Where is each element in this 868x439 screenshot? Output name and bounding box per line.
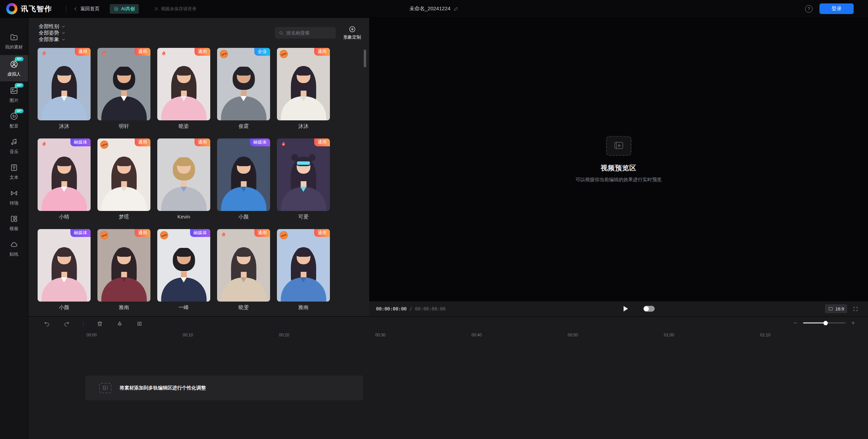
avatar-name: 沐沐 [277,123,330,130]
zoom-slider[interactable] [803,322,845,323]
stage: 视频预览区 可以根据你当前编辑的效果进行实时预览 00:00:00:00 / 0… [369,18,868,316]
rename-pencil-icon[interactable] [454,6,459,11]
timeline-ruler[interactable]: 00:0000:1000:2000:3000:4000:5001:0001:10 [28,331,868,340]
clear-tracks-button[interactable] [116,320,123,327]
ai-cocreate-button[interactable]: AI AI共创 [110,4,139,14]
timeline-hint-bar: 将素材添加到多轨编辑区进行个性化调整 [85,375,363,400]
filter-dropdown-gender[interactable]: 全部性别 [39,23,65,30]
help-button[interactable]: ? [805,5,813,13]
avatar-card[interactable]: 通用可爱 [277,138,330,220]
sidebar-item-avatar[interactable]: AI+虚拟人 [0,55,28,81]
category-badge: 通用 [135,138,150,146]
avatar-name: 梦瑶 [97,214,150,220]
category-badge: 通用 [314,229,330,237]
filter-dropdown-pose[interactable]: 全部姿势 [39,30,65,36]
avatar-card[interactable]: NEW通用雅南 [97,229,150,311]
image-icon: AI+ [10,86,18,95]
avatar-customize-button[interactable]: 形象定制 [343,26,361,40]
avatar-name: 雅南 [277,304,330,311]
delete-button[interactable] [96,320,103,327]
avatar-name: Kevin [157,214,210,220]
avatar-card[interactable]: 融媒体小晴 [38,138,91,220]
avatar-card[interactable]: 通用明轩 [97,48,150,130]
avatar-name: 俊霆 [217,123,270,130]
fullscreen-icon [853,306,858,312]
fullscreen-button[interactable] [853,306,858,312]
sidebar-item-my-assets[interactable]: 我的素材 [0,29,28,54]
library-scrollbar-thumb[interactable] [364,50,366,67]
avatar-name: 一峰 [157,304,210,311]
sidebar-item-label: 音乐 [10,149,18,155]
login-button[interactable]: 登录 [819,3,854,14]
search-input[interactable] [286,30,332,36]
svg-text:AI: AI [115,8,117,10]
text-icon [10,163,18,172]
avatar-body [161,96,206,120]
toolbar-divider [83,321,83,327]
zoom-slider-knob[interactable] [823,321,828,325]
sidebar-item-text[interactable]: 文本 [0,160,28,184]
category-badge: 融媒体 [70,229,91,237]
avatar-card[interactable]: 融媒体小颜 [217,138,270,220]
unsaved-status: 视频未保存请登录 [154,6,197,12]
search-icon [279,30,284,36]
aspect-ratio-label: 16:9 [836,306,844,311]
avatar-name: 晓雯 [217,304,270,311]
avatar-icon: AI+ [10,60,18,69]
split-button[interactable] [136,320,143,327]
sidebar: 我的素材AI+虚拟人AI+图片AI+配音音乐文本转场模板贴纸 [0,18,28,439]
sidebar-item-transition[interactable]: 转场 [0,185,28,210]
template-icon [10,214,18,223]
sidebar-item-voice[interactable]: AI+配音 [0,108,28,133]
avatar-name: 小颜 [38,304,91,311]
sidebar-item-sticker[interactable]: 贴纸 [0,237,28,261]
new-sticker-icon: NEW [100,141,108,149]
sidebar-item-image[interactable]: AI+图片 [0,83,28,107]
avatar-card[interactable]: 通用晓雯 [217,229,270,311]
aspect-ratio-button[interactable]: 16:9 [825,304,847,313]
video-clip-icon [606,136,631,156]
avatar-customize-label: 形象定制 [343,34,361,40]
avatar-card[interactable]: 融媒体小颜 [38,229,91,311]
sticker-icon [10,240,18,249]
app-brand-name: 讯飞智作 [21,4,52,14]
zoom-out-button[interactable] [793,320,798,325]
avatar-card[interactable]: NEW通用沐沐 [277,48,330,130]
avatar-card[interactable]: NEW通用梦瑶 [97,138,150,220]
sidebar-item-label: 贴纸 [10,251,18,257]
sidebar-item-music[interactable]: 音乐 [0,134,28,158]
undo-button[interactable] [43,320,50,327]
hot-flame-icon [220,231,228,240]
avatar-card[interactable]: NEW企业俊霆 [217,48,270,130]
app-logo-icon [6,3,17,14]
avatar-body [161,278,206,302]
zoom-in-button[interactable] [851,320,856,325]
filter-dropdown-figure[interactable]: 全部形象 [39,36,65,43]
timecode: 00:00:00:00 / 00:00:00:00 [376,306,445,311]
ruler-tick: 00:00 [86,333,97,337]
preview-toggle[interactable] [643,306,655,312]
film-play-icon [102,385,108,391]
hot-flame-icon [280,141,288,149]
avatar-name: 晓姿 [157,123,210,130]
avatar-card[interactable]: NEW融媒体一峰 [157,229,210,311]
avatar-card[interactable]: 通用晓姿 [157,48,210,130]
avatar-card[interactable]: 通用Kevin [157,138,210,220]
redo-button[interactable] [63,320,70,327]
avatar-card[interactable]: NEW通用雅南 [277,229,330,311]
play-button[interactable] [624,306,628,311]
sidebar-item-template[interactable]: 模板 [0,211,28,235]
ai-hexagon-icon: AI [113,6,119,12]
back-home-button[interactable]: 返回首页 [73,6,99,12]
avatar-name: 沐沐 [38,123,91,130]
avatar-body [281,96,326,120]
avatar-body [161,187,206,211]
new-sticker-icon: NEW [160,231,168,239]
avatar-photo: 融媒体 [38,138,91,211]
avatar-body [41,187,87,211]
search-box[interactable] [275,27,336,39]
avatar-card[interactable]: 通用沐沐 [38,48,91,130]
preview-placeholder: 视频预览区 可以根据你当前编辑的效果进行实时预览 [576,136,662,183]
timeline-zoom-control [793,320,856,325]
category-badge: 通用 [314,138,330,146]
